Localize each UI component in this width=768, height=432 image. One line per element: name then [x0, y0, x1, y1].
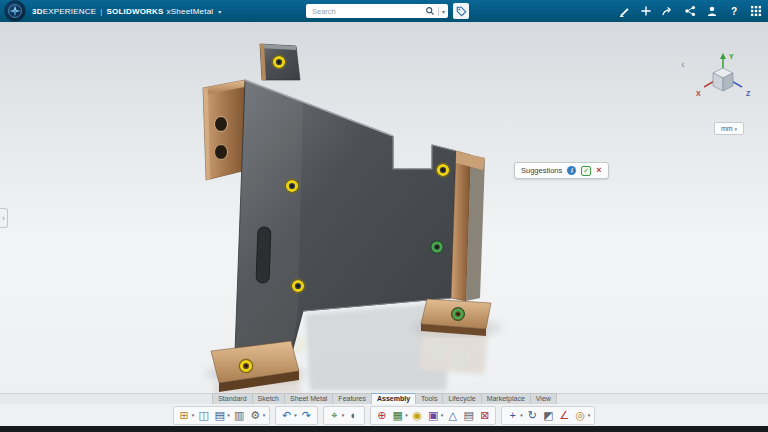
svg-text:?: ?: [730, 6, 736, 17]
z-axis-label: Z: [746, 90, 751, 97]
dropdown-caret-icon[interactable]: ▾: [588, 412, 591, 418]
move-component-icon[interactable]: +▾: [505, 408, 524, 423]
toolbar-group-assembly: ⊕▦▾◉▣▾△▤⊠: [370, 406, 496, 425]
toolbar-group-edit: ↶▾↷: [275, 406, 318, 425]
compose-icon[interactable]: [617, 5, 630, 18]
tab-sheet-metal[interactable]: Sheet Metal: [284, 393, 333, 404]
new-assembly-icon[interactable]: ◫: [196, 408, 211, 423]
info-icon[interactable]: i: [567, 166, 576, 175]
smart-fastener-icon[interactable]: ◉: [410, 408, 425, 423]
hide-show-icon[interactable]: ◐: [346, 408, 361, 423]
search-divider: [438, 7, 439, 16]
close-icon[interactable]: ×: [596, 166, 601, 175]
search-icon[interactable]: [425, 6, 435, 16]
ribbon-tabs: StandardSketchSheet MetalFeaturesAssembl…: [0, 393, 768, 404]
tag-icon: [456, 6, 467, 17]
dropdown-caret-icon[interactable]: ▾: [294, 412, 297, 418]
mate-icon[interactable]: ⊕: [374, 408, 389, 423]
left-panel-expander[interactable]: ›: [0, 208, 8, 228]
measure-icon[interactable]: ∠: [557, 408, 572, 423]
app-window: 3DEXPERIENCE | SOLIDWORKS xSheetMetal ▾ …: [0, 0, 768, 432]
topbar: 3DEXPERIENCE | SOLIDWORKS xSheetMetal ▾ …: [0, 0, 768, 22]
suggestions-label: Suggestions: [521, 166, 562, 175]
view-triad[interactable]: Y X Z: [692, 48, 756, 110]
suggestions-popup: Suggestions i ✓ ×: [514, 162, 609, 179]
add-icon[interactable]: [639, 5, 652, 18]
tab-tools[interactable]: Tools: [415, 393, 443, 404]
tag-button[interactable]: [453, 3, 469, 19]
units-dropdown[interactable]: mm ▾: [714, 122, 744, 135]
breadcrumb: 3DEXPERIENCE | SOLIDWORKS xSheetMetal ▾: [32, 0, 222, 22]
view-triad-icon[interactable]: Y X Z: [692, 48, 756, 106]
exploded-view-icon[interactable]: ◎▾: [573, 408, 592, 423]
viewport-3d[interactable]: › ‹ Y X Z mm ▾: [0, 22, 768, 393]
units-value: mm: [721, 125, 733, 132]
section-view-icon[interactable]: ◩: [541, 408, 556, 423]
right-panel-collapse[interactable]: ‹: [678, 56, 688, 72]
dropdown-caret-icon[interactable]: ▾: [263, 412, 266, 418]
assembly-feature-icon[interactable]: ▣▾: [426, 408, 445, 423]
bom-icon[interactable]: ▤: [461, 408, 476, 423]
interference-icon[interactable]: ⊠: [477, 408, 492, 423]
dropdown-caret-icon[interactable]: ▾: [405, 412, 408, 418]
search-input[interactable]: [312, 7, 425, 16]
apps-grid-icon[interactable]: [749, 5, 762, 18]
triad-cube-icon[interactable]: [713, 68, 733, 91]
brand-3d: 3D: [32, 7, 43, 16]
brand-divider: |: [100, 7, 102, 16]
search-box: ▾: [306, 4, 448, 18]
model-sheet-metal-bracket[interactable]: [0, 22, 768, 393]
tab-view[interactable]: View: [530, 393, 557, 404]
accept-icon[interactable]: ✓: [581, 166, 591, 176]
select-icon[interactable]: ⌖▾: [327, 408, 346, 423]
topbar-actions: ?: [617, 0, 762, 22]
options-gear-icon[interactable]: ⚙▾: [248, 408, 267, 423]
network-icon[interactable]: [683, 5, 696, 18]
share-icon[interactable]: [661, 5, 674, 18]
help-icon[interactable]: ?: [727, 5, 740, 18]
pattern-icon[interactable]: ▦▾: [390, 408, 409, 423]
dropdown-caret-icon[interactable]: ▾: [342, 412, 345, 418]
insert-component-icon[interactable]: ⊞▾: [177, 408, 196, 423]
redo-icon[interactable]: ↷: [299, 408, 314, 423]
toolbar-group-file: ⊞▾◫▤▾▥⚙▾: [173, 406, 271, 425]
reference-geometry-icon[interactable]: △: [445, 408, 460, 423]
tab-lifecycle[interactable]: Lifecycle: [442, 393, 481, 404]
brand-experience: EXPERIENCE: [43, 7, 97, 16]
rotate-component-icon[interactable]: ↻: [525, 408, 540, 423]
tab-features[interactable]: Features: [332, 393, 372, 404]
search-options-chevron-icon[interactable]: ▾: [442, 8, 445, 15]
dropdown-caret-icon[interactable]: ▾: [441, 412, 444, 418]
save-icon[interactable]: ▤▾: [212, 408, 231, 423]
tab-standard[interactable]: Standard: [212, 393, 252, 404]
brand-app: SOLIDWORKS: [107, 7, 164, 16]
tab-marketplace[interactable]: Marketplace: [481, 393, 531, 404]
chevron-down-icon[interactable]: ▾: [218, 8, 221, 15]
x-axis-label: X: [696, 90, 701, 97]
bottom-strip: [0, 426, 768, 432]
print-icon[interactable]: ▥: [232, 408, 247, 423]
chevron-down-icon: ▾: [735, 126, 738, 132]
brand-module: xSheetMetal: [167, 7, 214, 16]
dropdown-caret-icon[interactable]: ▾: [192, 412, 195, 418]
toolbar-group-select: ⌖▾◐: [323, 406, 366, 425]
undo-icon[interactable]: ↶▾: [279, 408, 298, 423]
y-axis-arrow-icon: [720, 53, 726, 59]
tab-assembly[interactable]: Assembly: [371, 393, 416, 404]
tab-sketch[interactable]: Sketch: [252, 393, 285, 404]
toolbar-group-motion: +▾↻◩∠◎▾: [501, 406, 595, 425]
user-icon[interactable]: [705, 5, 718, 18]
3dexperience-compass-icon[interactable]: [4, 0, 26, 22]
ribbon-toolbar: ⊞▾◫▤▾▥⚙▾↶▾↷⌖▾◐⊕▦▾◉▣▾△▤⊠+▾↻◩∠◎▾: [0, 404, 768, 426]
chevron-right-icon: ›: [2, 215, 4, 222]
dropdown-caret-icon[interactable]: ▾: [227, 412, 230, 418]
chevron-left-icon: ‹: [681, 59, 684, 70]
y-axis-label: Y: [729, 53, 734, 60]
dropdown-caret-icon[interactable]: ▾: [520, 412, 523, 418]
